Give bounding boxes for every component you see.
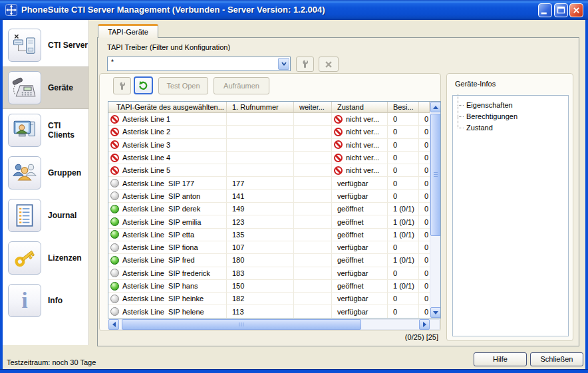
table-row[interactable]: Asterisk Line SIP helene113verfügbar00	[108, 305, 430, 318]
tree-item-zustand[interactable]: Zustand	[453, 122, 568, 134]
horizontal-scroll-thumb[interactable]	[122, 319, 361, 330]
table-cell	[294, 267, 332, 279]
app-move-icon	[5, 4, 17, 16]
table-cell	[294, 164, 332, 176]
table-row[interactable]: Asterisk Line 5nicht ver...00	[108, 164, 430, 177]
device-name: Asterisk Line SIP etta	[122, 231, 194, 239]
cti-server-icon	[8, 29, 41, 62]
table-cell: 0	[388, 267, 419, 279]
minimize-button[interactable]	[538, 3, 552, 17]
scroll-left-button[interactable]	[108, 319, 119, 330]
wrench-icon	[120, 82, 125, 90]
table-row[interactable]: Asterisk Line SIP fred180geöffnet1 (0/1)…	[108, 254, 430, 267]
key-icon	[8, 241, 41, 275]
sidebar-item-lizenzen[interactable]: Lizenzen	[3, 237, 88, 279]
device-name: Asterisk Line SIP emilia	[122, 218, 201, 226]
table-row[interactable]: Asterisk Line 3nicht ver...00	[108, 139, 430, 152]
column-header[interactable]: 1. Rufnummer	[227, 102, 294, 112]
table-cell: verfügbar	[332, 293, 388, 305]
table-row[interactable]: Asterisk Line SIP fiona107verfügbar00	[108, 241, 430, 254]
tapi-driver-combobox[interactable]: *	[107, 57, 291, 71]
table-cell: 0	[419, 164, 430, 176]
column-header[interactable]	[419, 102, 430, 112]
titlebar[interactable]: PhoneSuite CTI Server Management (Verbun…	[0, 0, 588, 20]
cleanup-button[interactable]: Aufräumen	[214, 77, 269, 94]
cti-clients-icon	[8, 114, 41, 147]
scroll-up-button[interactable]	[430, 102, 441, 112]
table-cell: 0	[419, 229, 430, 241]
groups-icon	[8, 156, 41, 189]
window-border-right	[585, 20, 588, 370]
device-name: Asterisk Line SIP derek	[122, 205, 200, 213]
table-row[interactable]: Asterisk Line SIP anton141verfügbar00	[108, 190, 430, 203]
sidebar-item-geraete[interactable]: Geräte	[3, 66, 88, 109]
table-row[interactable]: Asterisk Line 2nicht ver...00	[108, 126, 430, 138]
status-blocked-icon	[334, 128, 343, 136]
status-idle-icon	[110, 243, 119, 252]
table-cell: Asterisk Line SIP heinke	[108, 293, 227, 305]
device-name: Asterisk Line SIP hans	[122, 282, 198, 290]
sidebar-item-cti-server[interactable]: CTI Server	[3, 24, 88, 66]
device-state: nicht ver...	[346, 141, 379, 149]
sidebar-label: CTI Clients	[48, 121, 88, 140]
table-cell: Asterisk Line SIP hans	[108, 280, 227, 292]
scroll-down-button[interactable]	[430, 307, 441, 318]
sidebar-label: Info	[48, 296, 63, 305]
column-header[interactable]: weiter...	[294, 102, 332, 112]
table-cell: Asterisk Line SIP anton	[108, 190, 227, 202]
tree-item-berechtigungen[interactable]: Berechtigungen	[453, 111, 568, 122]
tapi-devices-table: TAPI-Geräte des ausgewählten...1. Rufnum…	[108, 101, 441, 318]
close-button[interactable]	[569, 3, 583, 17]
device-count-label: (0/25) [25]	[305, 333, 438, 341]
status-open-icon	[110, 217, 119, 226]
horizontal-scrollbar[interactable]	[108, 319, 440, 330]
table-cell	[294, 152, 332, 164]
status-open-icon	[110, 256, 119, 265]
sidebar-item-cti-clients[interactable]: CTI Clients	[3, 109, 88, 152]
table-row[interactable]: Asterisk Line 1nicht ver...00	[108, 113, 430, 126]
filter-configure-button[interactable]	[296, 57, 314, 72]
refresh-button[interactable]	[134, 76, 153, 94]
table-row[interactable]: Asterisk Line SIP hans150geöffnet1 (0/1)…	[108, 280, 430, 293]
scroll-right-button[interactable]	[419, 319, 430, 330]
tab-tapi-geraete[interactable]: TAPI-Geräte	[98, 24, 158, 38]
table-row[interactable]: Asterisk Line SIP heinke182verfügbar00	[108, 293, 430, 305]
column-header[interactable]: TAPI-Geräte des ausgewählten...	[108, 102, 227, 112]
table-cell: Asterisk Line SIP fred	[108, 254, 227, 266]
table-cell: 150	[227, 280, 294, 292]
close-dialog-button[interactable]: Schließen	[530, 352, 583, 366]
test-open-button[interactable]: Test Open	[158, 77, 208, 94]
table-cell	[294, 229, 332, 241]
status-idle-icon	[110, 179, 119, 187]
table-cell: 1 (0/1)	[388, 203, 419, 215]
column-header[interactable]: Besi...	[388, 102, 419, 112]
sidebar-item-journal[interactable]: Journal	[3, 194, 88, 237]
status-blocked-icon	[110, 128, 119, 136]
device-configure-button[interactable]	[113, 77, 131, 94]
status-blocked-icon	[110, 154, 119, 162]
table-cell: geöffnet	[332, 229, 388, 241]
vertical-scrollbar[interactable]	[430, 102, 440, 318]
table-row[interactable]: Asterisk Line 4nicht ver...00	[108, 152, 430, 164]
column-header[interactable]: Zustand	[332, 102, 388, 112]
table-row[interactable]: Asterisk Line SIP frederick183verfügbar0…	[108, 267, 430, 280]
vertical-scroll-thumb[interactable]	[430, 114, 441, 236]
sidebar-item-gruppen[interactable]: Gruppen	[3, 152, 88, 194]
table-row[interactable]: Asterisk Line SIP derek149geöffnet1 (0/1…	[108, 203, 430, 215]
status-blocked-icon	[334, 166, 343, 175]
combobox-dropdown-button[interactable]	[278, 58, 289, 70]
device-name: Asterisk Line 1	[122, 115, 170, 123]
table-cell: nicht ver...	[332, 126, 388, 138]
phone-icon	[8, 71, 41, 104]
journal-icon	[8, 199, 41, 232]
table-row[interactable]: Asterisk Line SIP 177177verfügbar00	[108, 177, 430, 189]
tree-item-eigenschaften[interactable]: Eigenschaften	[453, 100, 568, 111]
table-row[interactable]: Asterisk Line SIP etta135geöffnet1 (0/1)…	[108, 229, 430, 241]
table-cell: Asterisk Line SIP helene	[108, 305, 227, 317]
status-open-icon	[110, 205, 119, 213]
help-button[interactable]: Hilfe	[474, 352, 527, 366]
maximize-button[interactable]	[554, 3, 568, 17]
filter-clear-button[interactable]	[319, 57, 339, 72]
sidebar-item-info[interactable]: i Info	[3, 279, 88, 322]
table-row[interactable]: Asterisk Line SIP emilia123geöffnet1 (0/…	[108, 215, 430, 228]
